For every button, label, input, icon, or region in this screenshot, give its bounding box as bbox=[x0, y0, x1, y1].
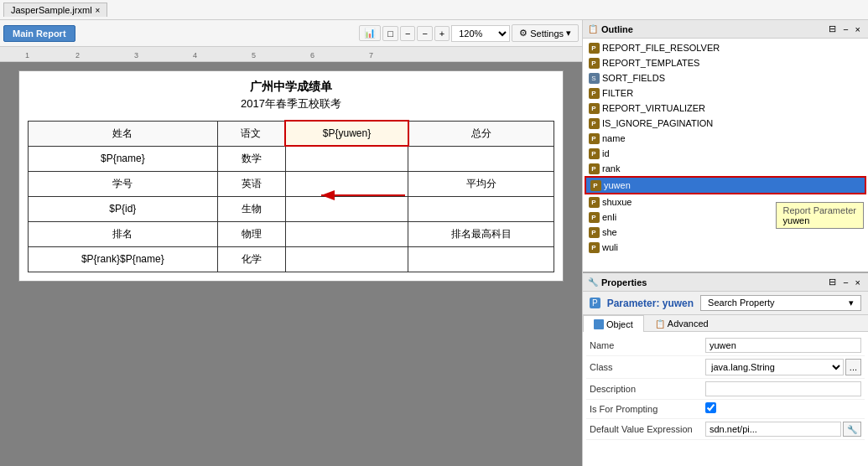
table-cell[interactable]: 姓名 bbox=[29, 121, 218, 146]
expand-btn[interactable]: □ bbox=[382, 26, 398, 41]
tree-item-filter[interactable]: P FILTER bbox=[585, 85, 866, 101]
prop-default-value-input[interactable] bbox=[705, 422, 841, 437]
default-value-btn[interactable]: 🔧 bbox=[843, 422, 861, 437]
table-cell[interactable] bbox=[285, 171, 408, 196]
tree-item-label: wuli bbox=[602, 242, 618, 252]
table-cell[interactable]: $P{name} bbox=[29, 146, 218, 171]
search-property-btn[interactable]: Search Property ▾ bbox=[700, 295, 861, 311]
prop-description-label: Description bbox=[590, 384, 699, 394]
param-icon: P bbox=[588, 226, 600, 238]
table-row: $P{rank}$P{name} 化学 bbox=[29, 246, 554, 272]
properties-title-bar: P Parameter: yuwen Search Property ▾ bbox=[583, 292, 868, 315]
tree-item-name[interactable]: P name bbox=[585, 131, 866, 146]
table-cell[interactable]: 物理 bbox=[217, 221, 285, 246]
properties-title: Properties bbox=[601, 277, 647, 287]
table-row: $P{id} 生物 bbox=[29, 196, 554, 221]
outline-collapse-btn[interactable]: ⊟ bbox=[826, 23, 839, 35]
table-cell[interactable]: 英语 bbox=[217, 171, 285, 196]
prop-tabs: Object 📋 Advanced bbox=[583, 315, 868, 332]
param-label: Parameter: yuwen bbox=[607, 298, 694, 309]
prop-default-value-value: 🔧 bbox=[705, 422, 861, 437]
tree-item-report-file-resolver[interactable]: P REPORT_FILE_RESOLVER bbox=[585, 40, 866, 55]
tree-item-is-ignore-pagination[interactable]: P IS_IGNORE_PAGINATION bbox=[585, 116, 866, 131]
tree-item-label: she bbox=[602, 227, 617, 237]
table-cell[interactable]: 学号 bbox=[29, 171, 218, 196]
tree-item-id[interactable]: P id bbox=[585, 146, 866, 161]
table-row: 学号 英语 平均分 bbox=[29, 171, 554, 196]
tree-item-sort-fields[interactable]: S SORT_FIELDS bbox=[585, 70, 866, 85]
is-for-prompting-checkbox[interactable] bbox=[705, 402, 716, 413]
table-cell[interactable]: 排名 bbox=[29, 221, 218, 246]
table-cell[interactable] bbox=[285, 146, 408, 171]
zoom-in-btn[interactable]: + bbox=[434, 26, 450, 41]
table-row: $P{name} 数学 bbox=[29, 146, 554, 171]
file-tab-bar: JasperSample.jrxml × bbox=[0, 0, 868, 20]
file-tab[interactable]: JasperSample.jrxml × bbox=[3, 3, 107, 17]
table-cell[interactable] bbox=[408, 146, 554, 171]
properties-collapse-btn[interactable]: ⊟ bbox=[826, 276, 839, 288]
properties-icon: 🔧 bbox=[588, 277, 598, 287]
minimize-btn[interactable]: − bbox=[400, 26, 415, 41]
properties-minimize-btn[interactable]: − bbox=[840, 276, 850, 288]
tree-item-report-virtualizer[interactable]: P REPORT_VIRTUALIZER bbox=[585, 101, 866, 116]
tree-item-label: id bbox=[602, 148, 610, 158]
zoom-select[interactable]: 120% 100% 75% 150% bbox=[451, 25, 510, 42]
zoom-out-btn[interactable]: − bbox=[417, 26, 432, 41]
tree-item-yuwen[interactable]: P yuwen bbox=[585, 176, 866, 194]
tree-item-label: enli bbox=[602, 212, 616, 222]
outline-close-btn[interactable]: × bbox=[853, 23, 863, 35]
param-icon: P bbox=[588, 211, 600, 223]
table-cell[interactable] bbox=[285, 221, 408, 246]
toolbar: Main Report 📊 □ − − + 120% 100% 75% 150%… bbox=[0, 20, 582, 47]
tab-object[interactable]: Object bbox=[583, 315, 644, 332]
properties-header: 🔧 Properties ⊟ − × bbox=[583, 273, 868, 292]
prop-is-for-prompting-label: Is For Prompting bbox=[590, 404, 699, 414]
left-panel: Main Report 📊 □ − − + 120% 100% 75% 150%… bbox=[0, 20, 583, 466]
prop-description-value bbox=[705, 381, 861, 396]
tab-object-icon bbox=[594, 319, 604, 329]
table-cell[interactable] bbox=[408, 246, 554, 272]
prop-name-input[interactable] bbox=[705, 338, 861, 353]
table-cell[interactable]: $P{rank}$P{name} bbox=[29, 246, 218, 272]
table-cell-yuwen[interactable]: $P{yuwen} bbox=[285, 121, 408, 146]
tab-advanced[interactable]: 📋 Advanced bbox=[644, 315, 720, 331]
report-table: 姓名 语文 $P{yuwen} 总分 $P{name} 数学 学号 英语 bbox=[28, 120, 554, 272]
table-cell[interactable] bbox=[285, 196, 408, 221]
toolbar-icon-btn[interactable]: 📊 bbox=[359, 25, 381, 41]
close-icon[interactable]: × bbox=[96, 6, 101, 15]
settings-btn[interactable]: ⚙ Settings ▾ bbox=[512, 24, 579, 42]
table-cell[interactable]: 数学 bbox=[217, 146, 285, 171]
prop-description-input[interactable] bbox=[705, 381, 861, 396]
properties-close-btn[interactable]: × bbox=[853, 276, 863, 288]
outline-header: 📋 Outline ⊟ − × bbox=[583, 20, 868, 39]
table-cell[interactable]: $P{id} bbox=[29, 196, 218, 221]
param-icon: S bbox=[588, 72, 600, 84]
outline-section: 📋 Outline ⊟ − × P REPORT_FILE_RESOLVER P… bbox=[583, 20, 868, 273]
param-icon: P bbox=[590, 179, 601, 191]
toolbar-group: 📊 □ − − + 120% 100% 75% 150% ⚙ Settings … bbox=[359, 24, 579, 42]
canvas-area[interactable]: 广州中学成绩单 2017年春季五校联考 姓名 语文 $P{yuwen} 总分 $… bbox=[0, 62, 582, 466]
table-cell[interactable]: 语文 bbox=[217, 121, 285, 146]
outline-title: Outline bbox=[601, 24, 633, 34]
tree-item-wuli[interactable]: P wuli bbox=[585, 240, 866, 255]
search-property-label: Search Property bbox=[708, 298, 774, 308]
prop-class-select[interactable]: java.lang.String java.lang.Integer java.… bbox=[705, 359, 844, 375]
table-cell[interactable]: 生物 bbox=[217, 196, 285, 221]
table-cell[interactable]: 排名最高科目 bbox=[408, 221, 554, 246]
table-cell[interactable]: 平均分 bbox=[408, 171, 554, 196]
prop-name-value bbox=[705, 338, 861, 353]
tree-item-rank[interactable]: P rank bbox=[585, 161, 866, 176]
class-dots-btn[interactable]: ... bbox=[845, 359, 861, 375]
outline-tree[interactable]: P REPORT_FILE_RESOLVER P REPORT_TEMPLATE… bbox=[583, 39, 868, 272]
table-cell[interactable] bbox=[285, 246, 408, 272]
table-header-row: 姓名 语文 $P{yuwen} 总分 bbox=[29, 121, 554, 146]
tooltip-line2: yuwen bbox=[783, 215, 856, 225]
properties-section: 🔧 Properties ⊟ − × P Parameter: yuwen Se… bbox=[583, 273, 868, 466]
table-cell[interactable]: 化学 bbox=[217, 246, 285, 272]
outline-minimize-btn[interactable]: − bbox=[840, 23, 850, 35]
table-cell[interactable] bbox=[408, 196, 554, 221]
tree-item-report-templates[interactable]: P REPORT_TEMPLATES bbox=[585, 55, 866, 70]
main-report-tab[interactable]: Main Report bbox=[3, 25, 75, 42]
param-icon: P bbox=[588, 241, 600, 253]
table-cell[interactable]: 总分 bbox=[408, 121, 554, 146]
